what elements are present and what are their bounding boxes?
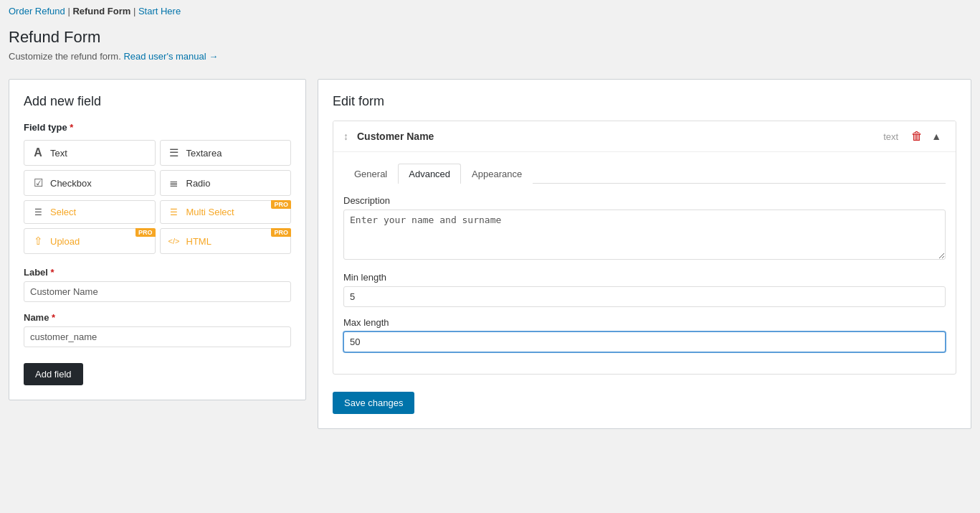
breadcrumb-sep2: | (133, 6, 138, 17)
save-changes-button[interactable]: Save changes (333, 392, 414, 414)
radio-icon: ≣ (168, 177, 181, 189)
field-delete-button[interactable]: 🗑 (907, 128, 927, 144)
breadcrumb: Order Refund | Refund Form | Start Here (0, 0, 980, 22)
field-type-radio-label: Radio (186, 178, 211, 189)
name-input[interactable] (24, 326, 291, 347)
main-content: Add new field Field type * A Text ☰ Text… (0, 70, 980, 438)
textarea-icon: ☰ (168, 146, 181, 159)
edit-form-panel: Edit form ↕ Customer Name text 🗑 ▲ Gener… (318, 79, 971, 429)
description-group: Description Enter your name and surname (343, 195, 946, 262)
field-type-upload-label: Upload (50, 236, 80, 247)
field-type-label: Field type * (24, 122, 291, 133)
field-type-checkbox-label: Checkbox (50, 178, 92, 189)
manual-link[interactable]: Read user's manual → (123, 51, 218, 62)
name-field-label: Name * (24, 312, 291, 323)
field-name-label: Customer Name (357, 131, 883, 142)
form-row: ↕ Customer Name text 🗑 ▲ General Advance… (333, 121, 956, 375)
field-type-textarea[interactable]: ☰ Textarea (160, 140, 292, 166)
label-input[interactable] (24, 281, 291, 302)
drag-handle-icon[interactable]: ↕ (343, 131, 348, 142)
description-textarea[interactable]: Enter your name and surname (343, 210, 946, 260)
field-type-textarea-label: Textarea (186, 148, 222, 159)
select-icon: ☰ (32, 207, 44, 217)
text-icon: A (32, 146, 44, 159)
max-length-group: Max length (343, 317, 946, 352)
description-label: Description (343, 195, 946, 206)
page-subtitle: Customize the refund form. Read user's m… (9, 51, 971, 62)
field-type-text-label: Text (50, 148, 67, 159)
label-field-label: Label * (24, 267, 291, 278)
field-type-text[interactable]: A Text (24, 140, 156, 166)
html-pro-badge: PRO (271, 228, 291, 237)
field-type-upload[interactable]: ⇧ Upload PRO (24, 228, 156, 254)
field-tabs: General Advanced Appearance (343, 164, 946, 184)
min-length-group: Min length (343, 272, 946, 307)
multiselect-icon: ☰ (168, 207, 181, 217)
field-type-select-label: Select (50, 207, 76, 217)
checkbox-icon: ☑ (32, 177, 44, 189)
max-length-input[interactable] (343, 331, 946, 352)
tab-appearance[interactable]: Appearance (461, 164, 533, 184)
page-header: Refund Form Customize the refund form. R… (0, 22, 980, 70)
html-icon: </> (168, 237, 181, 245)
field-type-select[interactable]: ☰ Select (24, 200, 156, 224)
field-type-html-label: HTML (186, 236, 211, 247)
breadcrumb-start-here[interactable]: Start Here (138, 6, 181, 17)
min-length-label: Min length (343, 272, 946, 283)
name-group: Name * (24, 312, 291, 347)
max-length-label: Max length (343, 317, 946, 328)
min-length-input[interactable] (343, 286, 946, 307)
add-field-button[interactable]: Add field (24, 363, 83, 385)
tab-general[interactable]: General (343, 164, 398, 184)
field-type-multiselect[interactable]: ☰ Multi Select PRO (160, 200, 292, 224)
add-field-title: Add new field (24, 94, 291, 109)
upload-icon: ⇧ (32, 235, 44, 248)
breadcrumb-order-refund[interactable]: Order Refund (9, 6, 65, 17)
upload-pro-badge: PRO (135, 228, 156, 237)
breadcrumb-refund-form: Refund Form (72, 6, 130, 17)
multiselect-pro-badge: PRO (271, 200, 291, 209)
tab-advanced[interactable]: Advanced (398, 164, 461, 184)
field-expand-button[interactable]: ▲ (927, 129, 946, 143)
page-title: Refund Form (9, 28, 971, 47)
field-type-grid: A Text ☰ Textarea ☑ Checkbox ≣ Radio ☰ S… (24, 140, 291, 254)
form-row-header: ↕ Customer Name text 🗑 ▲ (333, 121, 956, 152)
field-type-html[interactable]: </> HTML PRO (160, 228, 292, 254)
add-new-field-panel: Add new field Field type * A Text ☰ Text… (9, 79, 306, 400)
label-group: Label * (24, 267, 291, 302)
field-type-checkbox[interactable]: ☑ Checkbox (24, 170, 156, 196)
field-type-multiselect-label: Multi Select (186, 207, 234, 217)
field-type-radio[interactable]: ≣ Radio (160, 170, 292, 196)
form-row-body: General Advanced Appearance Description … (333, 152, 956, 374)
edit-form-title: Edit form (333, 94, 956, 109)
field-type-indicator: text (883, 131, 898, 142)
